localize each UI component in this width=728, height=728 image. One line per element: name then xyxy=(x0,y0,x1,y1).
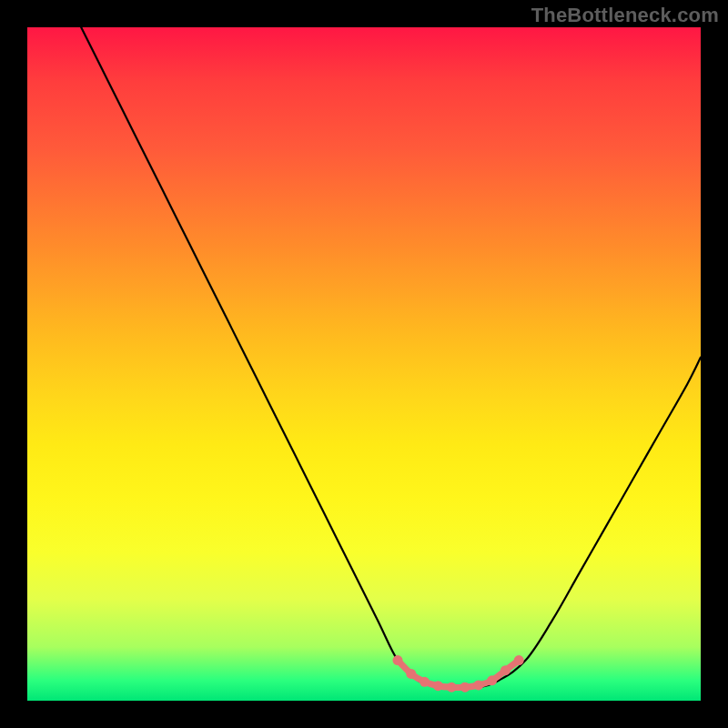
highlight-dot xyxy=(447,682,457,693)
highlight-dot xyxy=(393,655,403,665)
highlight-dot xyxy=(420,677,430,687)
highlight-dot xyxy=(473,680,483,690)
highlight-dot xyxy=(433,681,443,691)
watermark-label: TheBottleneck.com xyxy=(531,4,719,27)
figure-container: TheBottleneck.com xyxy=(0,0,728,728)
highlight-dot xyxy=(460,682,470,693)
highlight-dot xyxy=(514,655,524,665)
plot-area xyxy=(27,27,701,701)
highlight-dot xyxy=(406,669,416,679)
bottleneck-curve xyxy=(81,27,701,688)
highlight-dot xyxy=(500,665,511,675)
chart-svg xyxy=(27,27,701,701)
highlight-dot xyxy=(487,675,497,685)
